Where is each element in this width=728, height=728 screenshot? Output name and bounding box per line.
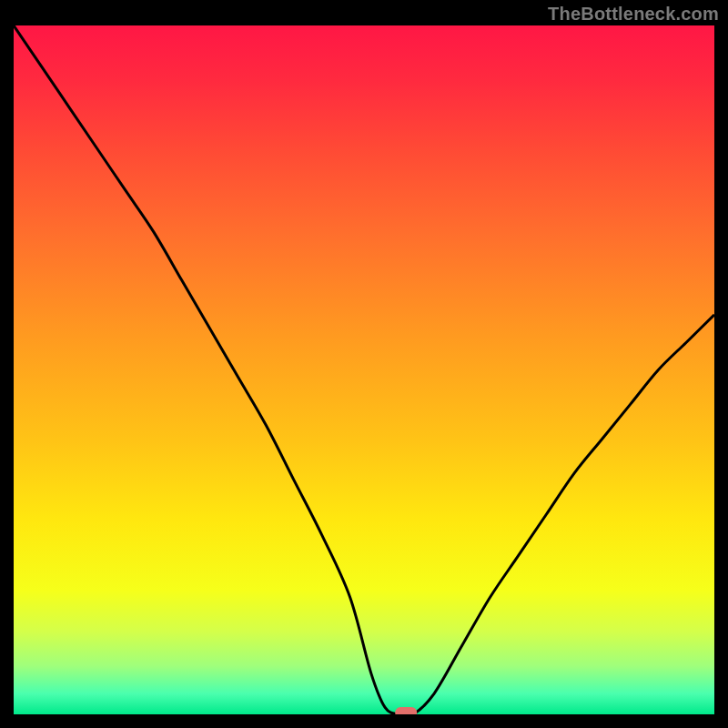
minimum-marker — [395, 707, 417, 714]
attribution-text: TheBottleneck.com — [548, 4, 719, 25]
gradient-background — [14, 25, 714, 714]
plot-svg — [14, 25, 714, 714]
plot-area — [14, 25, 714, 714]
chart-frame: TheBottleneck.com — [0, 0, 728, 728]
